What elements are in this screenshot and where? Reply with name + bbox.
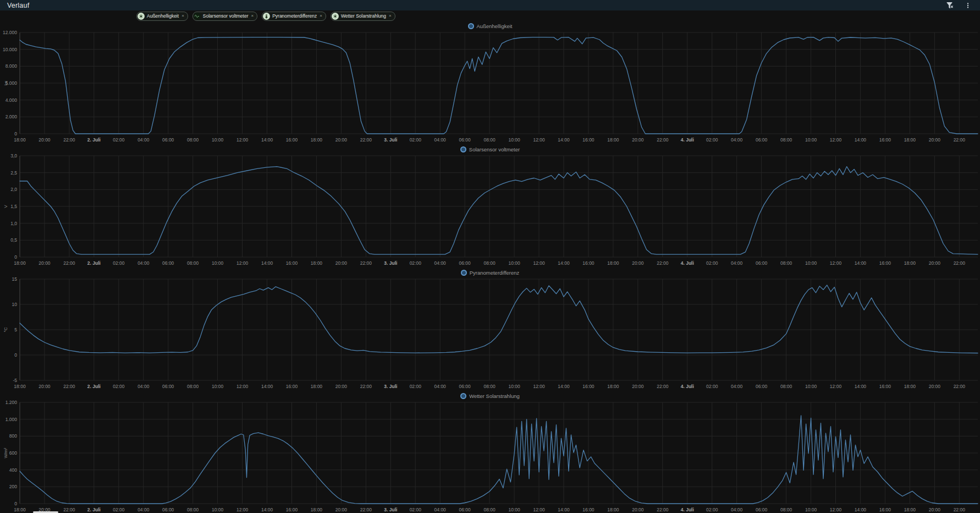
svg-text:12:00: 12:00 — [533, 137, 545, 143]
svg-text:20:00: 20:00 — [929, 260, 941, 266]
chip-label: Wetter Solarstrahlung — [341, 13, 386, 19]
filter-remove-icon[interactable] — [945, 1, 954, 10]
svg-text:3. Juli: 3. Juli — [384, 137, 397, 143]
chip-label: Pyranometerdifferenz — [272, 13, 317, 19]
svg-text:10:00: 10:00 — [508, 384, 520, 389]
chart-legend[interactable]: Wetter Solarstrahlung — [0, 391, 980, 400]
svg-text:400: 400 — [9, 467, 17, 473]
svg-text:14:00: 14:00 — [261, 384, 273, 389]
svg-text:22:00: 22:00 — [63, 260, 75, 266]
legend-dot — [461, 270, 467, 276]
svg-text:06:00: 06:00 — [756, 384, 768, 389]
svg-text:06:00: 06:00 — [162, 137, 174, 143]
svg-text:2. Juli: 2. Juli — [87, 507, 101, 512]
svg-text:04:00: 04:00 — [434, 137, 447, 143]
svg-text:20:00: 20:00 — [632, 507, 644, 512]
svg-text:16:00: 16:00 — [286, 260, 298, 266]
svg-text:18:00: 18:00 — [607, 260, 619, 266]
svg-text:08:00: 08:00 — [780, 260, 792, 266]
svg-text:22:00: 22:00 — [360, 384, 372, 389]
svg-text:22:00: 22:00 — [657, 137, 669, 143]
svg-text:3. Juli: 3. Juli — [384, 507, 397, 512]
chart-section: Pyranometerdifferenz-5051015°C18:0020:00… — [0, 268, 980, 391]
svg-text:12:00: 12:00 — [236, 507, 249, 512]
chart-canvas[interactable]: 02004006008001.0001.200W/m²18:0020:0022:… — [0, 400, 980, 513]
svg-text:06:00: 06:00 — [459, 507, 471, 512]
y-axis-unit: °C — [3, 327, 8, 332]
svg-text:14:00: 14:00 — [855, 384, 867, 389]
svg-text:16:00: 16:00 — [879, 384, 891, 389]
svg-text:10:00: 10:00 — [212, 507, 224, 512]
svg-text:12:00: 12:00 — [533, 260, 545, 266]
svg-text:18:00: 18:00 — [14, 137, 26, 143]
filter-chip[interactable]: Außenhelligkeit× — [136, 12, 188, 21]
svg-text:16:00: 16:00 — [286, 384, 298, 389]
svg-text:04:00: 04:00 — [434, 260, 447, 266]
svg-text:06:00: 06:00 — [162, 507, 174, 512]
svg-text:02:00: 02:00 — [706, 137, 718, 143]
series-line — [20, 285, 978, 353]
app-header: Verlauf — [0, 0, 980, 10]
svg-text:16:00: 16:00 — [582, 507, 594, 512]
svg-text:600: 600 — [9, 450, 17, 456]
svg-text:18:00: 18:00 — [14, 260, 26, 266]
svg-text:2. Juli: 2. Juli — [87, 260, 101, 266]
chip-close-icon[interactable]: × — [388, 14, 392, 18]
chart-canvas[interactable]: 00,51,01,52,02,53,0V18:0020:0022:002. Ju… — [0, 154, 980, 268]
svg-text:08:00: 08:00 — [187, 260, 199, 266]
svg-text:18:00: 18:00 — [311, 137, 323, 143]
legend-dot — [460, 146, 466, 152]
chart-canvas[interactable]: 02.0004.0006.0008.00010.00012.000Lx18:00… — [0, 30, 980, 145]
page-title: Verlauf — [7, 2, 29, 9]
chart-title: Solarsensor voltmeter — [469, 146, 520, 152]
svg-text:18:00: 18:00 — [607, 137, 619, 143]
svg-text:0: 0 — [14, 352, 17, 358]
svg-text:02:00: 02:00 — [410, 260, 422, 266]
svg-text:02:00: 02:00 — [113, 260, 125, 266]
svg-text:04:00: 04:00 — [434, 384, 447, 389]
svg-text:20:00: 20:00 — [335, 384, 348, 389]
x-tick-labels: 18:0020:0022:002. Juli02:0004:0006:0008:… — [14, 260, 965, 266]
chart-legend[interactable]: Solarsensor voltmeter — [0, 145, 980, 154]
svg-text:10:00: 10:00 — [212, 384, 224, 389]
svg-text:08:00: 08:00 — [484, 507, 496, 512]
svg-text:16:00: 16:00 — [582, 384, 594, 389]
grid — [20, 32, 978, 134]
chart-canvas[interactable]: -5051015°C18:0020:0022:002. Juli02:0004:… — [0, 277, 980, 391]
grid — [20, 279, 978, 380]
svg-text:200: 200 — [9, 484, 17, 489]
svg-text:04:00: 04:00 — [137, 384, 150, 389]
filter-chip[interactable]: Pyranometerdifferenz× — [262, 12, 326, 21]
svg-text:1.000: 1.000 — [5, 417, 18, 422]
svg-text:20:00: 20:00 — [335, 137, 348, 143]
filter-chip[interactable]: Solarsensor voltmeter× — [192, 12, 257, 21]
x-tick-labels: 18:0020:0022:002. Juli02:0004:0006:0008:… — [14, 507, 965, 512]
svg-text:02:00: 02:00 — [410, 137, 422, 143]
svg-text:3,0: 3,0 — [10, 154, 17, 159]
svg-text:4. Juli: 4. Juli — [681, 507, 694, 512]
svg-text:4. Juli: 4. Juli — [681, 260, 694, 266]
svg-text:12:00: 12:00 — [830, 137, 842, 143]
chip-close-icon[interactable]: × — [319, 14, 323, 18]
thermometer-icon — [263, 13, 270, 20]
svg-text:16:00: 16:00 — [286, 507, 298, 512]
y-axis-unit: V — [3, 205, 8, 208]
svg-text:20:00: 20:00 — [929, 137, 941, 143]
svg-text:2. Juli: 2. Juli — [87, 384, 101, 389]
svg-text:10:00: 10:00 — [212, 260, 224, 266]
entity-filter-chips: Außenhelligkeit×Solarsensor voltmeter×Py… — [0, 10, 980, 21]
chip-close-icon[interactable]: × — [250, 14, 254, 18]
filter-chip[interactable]: Wetter Solarstrahlung× — [331, 12, 395, 21]
svg-text:10:00: 10:00 — [805, 384, 817, 389]
chart-legend[interactable]: Pyranometerdifferenz — [0, 268, 980, 277]
svg-text:14:00: 14:00 — [261, 507, 273, 512]
chip-close-icon[interactable]: × — [181, 14, 185, 18]
svg-text:02:00: 02:00 — [113, 384, 125, 389]
svg-text:12:00: 12:00 — [236, 384, 249, 389]
chart-legend[interactable]: Außenhelligkeit — [0, 21, 980, 30]
svg-text:08:00: 08:00 — [484, 137, 496, 143]
svg-text:800: 800 — [9, 433, 17, 439]
dots-vertical-icon[interactable] — [964, 1, 972, 10]
svg-text:18:00: 18:00 — [14, 384, 26, 389]
svg-text:20:00: 20:00 — [929, 384, 941, 389]
